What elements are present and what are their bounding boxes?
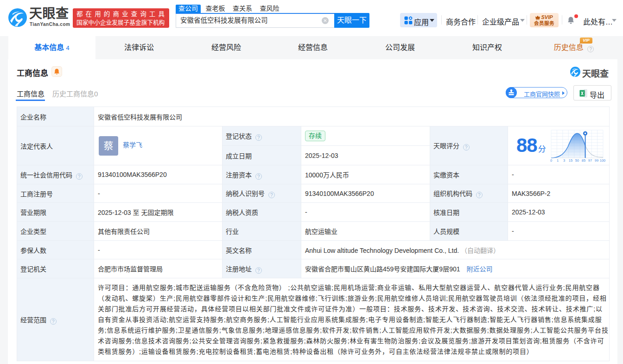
svg-text:0: 0 bbox=[550, 158, 552, 163]
svg-text:100: 100 bbox=[600, 158, 606, 163]
svg-text:97: 97 bbox=[588, 158, 592, 163]
svg-text:99: 99 bbox=[595, 158, 598, 163]
svg-text:3: 3 bbox=[563, 158, 565, 163]
svg-text:85: 85 bbox=[582, 158, 585, 163]
svg-text:1: 1 bbox=[557, 158, 559, 163]
svg-text:15: 15 bbox=[569, 158, 572, 163]
svg-text:50: 50 bbox=[575, 158, 579, 163]
